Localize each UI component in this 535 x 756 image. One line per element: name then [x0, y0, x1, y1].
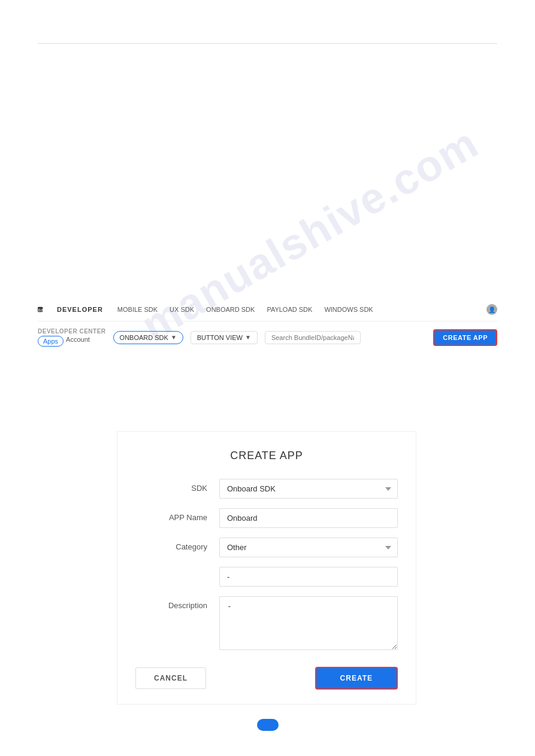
sdk-select-arrow-icon: ▼ — [171, 334, 177, 341]
svg-text:DJI: DJI — [38, 308, 44, 311]
category-field: Other Agriculture Inspection Mapping Pho… — [219, 538, 398, 557]
apps-link[interactable]: Apps — [38, 336, 64, 347]
form-buttons: CANCEL CREATE — [135, 667, 398, 690]
create-app-form: CREATE APP SDK Onboard SDK Mobile SDK UX… — [117, 431, 416, 705]
appname-input[interactable] — [219, 508, 398, 528]
navbar-logo: DJI DEVELOPER — [38, 305, 103, 314]
nav-payload-sdk[interactable]: PAYLOAD SDK — [267, 306, 312, 313]
appname-field — [219, 508, 398, 528]
dev-center-label: DEVELOPER CENTER — [38, 328, 106, 335]
description-label: Description — [135, 596, 219, 610]
nav-windows-sdk[interactable]: WINDOWS SDK — [324, 306, 373, 313]
cancel-button[interactable]: CANCEL — [135, 667, 206, 689]
extra-row — [135, 567, 398, 587]
navbar-links: MOBILE SDK UX SDK ONBOARD SDK PAYLOAD SD… — [117, 306, 472, 313]
description-field: - — [219, 596, 398, 652]
navbar-user[interactable]: 👤 — [486, 303, 497, 315]
nav-ux-sdk[interactable]: UX SDK — [170, 306, 194, 313]
pagination-dot-1 — [257, 719, 279, 731]
view-select-arrow-icon: ▼ — [245, 334, 251, 341]
sdk-select[interactable]: Onboard SDK Mobile SDK UX SDK Payload SD… — [219, 479, 398, 499]
view-select-text: BUTTON VIEW — [197, 334, 243, 341]
sdk-row: SDK Onboard SDK Mobile SDK UX SDK Payloa… — [135, 479, 398, 499]
nav-mobile-sdk[interactable]: MOBILE SDK — [117, 306, 158, 313]
category-row: Category Other Agriculture Inspection Ma… — [135, 538, 398, 557]
extra-input[interactable] — [219, 567, 398, 587]
navbar: DJI DEVELOPER MOBILE SDK UX SDK ONBOARD … — [38, 297, 497, 321]
form-title: CREATE APP — [135, 450, 398, 462]
category-select[interactable]: Other Agriculture Inspection Mapping Pho… — [219, 538, 398, 557]
dji-logo-icon: DJI — [38, 305, 55, 314]
extra-label — [135, 567, 219, 572]
view-select-dropdown[interactable]: BUTTON VIEW ▼ — [191, 331, 258, 344]
sdk-label: SDK — [135, 479, 219, 493]
dev-bar-left: DEVELOPER CENTER Apps Account — [38, 328, 106, 347]
sdk-select-dropdown[interactable]: ONBOARD SDK ▼ — [113, 331, 183, 344]
extra-field — [219, 567, 398, 587]
sdk-select-text: ONBOARD SDK — [120, 334, 168, 341]
top-divider — [38, 43, 497, 44]
sdk-field: Onboard SDK Mobile SDK UX SDK Payload SD… — [219, 479, 398, 499]
appname-row: APP Name — [135, 508, 398, 528]
dev-bar: DEVELOPER CENTER Apps Account ONBOARD SD… — [38, 328, 497, 347]
dev-bar-links: Apps Account — [38, 336, 106, 347]
create-button[interactable]: CREATE — [315, 667, 398, 690]
description-textarea[interactable]: - — [219, 596, 398, 650]
nav-onboard-sdk[interactable]: ONBOARD SDK — [206, 306, 255, 313]
pagination — [257, 719, 279, 731]
navbar-logo-text: DEVELOPER — [57, 306, 103, 313]
user-icon: 👤 — [486, 304, 497, 315]
appname-label: APP Name — [135, 508, 219, 522]
create-app-top-button[interactable]: CREATE APP — [433, 329, 497, 346]
search-input[interactable] — [265, 331, 361, 344]
description-row: Description - — [135, 596, 398, 652]
category-label: Category — [135, 538, 219, 551]
account-link[interactable]: Account — [66, 336, 90, 347]
